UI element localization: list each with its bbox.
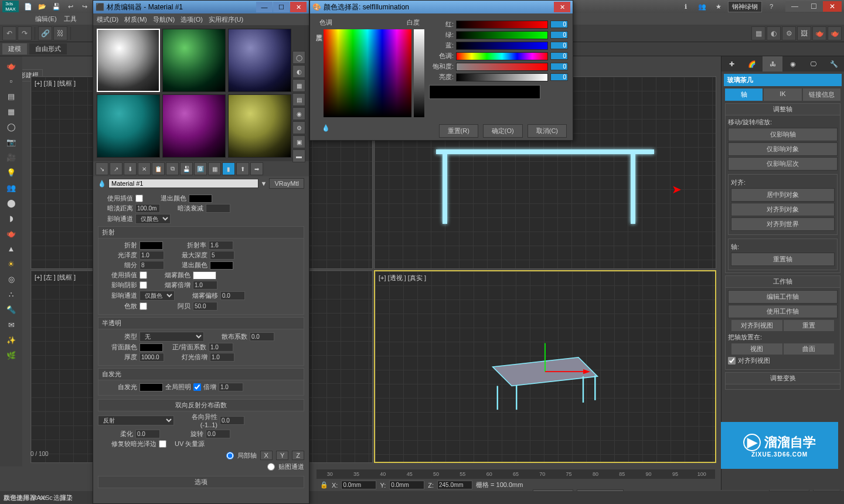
show-map-icon[interactable]: ▦ [208,162,221,175]
options-rollup[interactable]: 选项 [98,476,304,488]
reset-axis-button[interactable]: 重置轴 [731,253,835,266]
mat-min-button[interactable]: — [256,2,273,12]
minimize-button[interactable]: — [785,1,804,12]
trans-type-select[interactable]: 无 [139,332,204,342]
render-icon[interactable]: 🫖 [812,26,826,40]
axis-x-button[interactable]: X [260,451,273,460]
put-mat-icon[interactable]: ↗ [110,162,122,175]
unlink-icon[interactable]: ⛓ [53,26,67,40]
redo-icon[interactable]: ↷ [18,26,32,40]
center-to-obj-button[interactable]: 居中到对象 [731,188,835,202]
mat-menu-util[interactable]: 实用程序(U) [209,15,243,24]
fogmult-input[interactable] [193,281,217,290]
exit-color-swatch[interactable] [189,195,212,203]
gi-check[interactable] [193,383,201,391]
affect-hier-button[interactable]: 仅影响层次 [728,157,838,171]
show-end-icon[interactable]: ▮ [222,162,235,175]
selfillum-swatch[interactable] [139,383,163,391]
open-icon[interactable]: 📂 [36,1,48,12]
aniso-input[interactable] [220,416,244,425]
sample-type-icon[interactable]: ◯ [292,51,305,64]
tab-display-icon[interactable]: 🖵 [803,56,823,71]
cp-titlebar[interactable]: 🎨 颜色选择器: selfIllumination ✕ [310,1,573,13]
subdivs-input[interactable] [139,261,164,270]
render-setup-icon[interactable]: ⚙ [782,26,796,40]
fog-color-swatch[interactable] [193,271,216,280]
help-icon[interactable]: ? [765,1,777,12]
redo-dd-icon[interactable]: ↪ [79,1,90,12]
slider-h[interactable] [456,52,548,60]
color-field[interactable] [324,29,411,117]
mat-slot-4[interactable] [97,94,160,158]
tab-modeling[interactable]: 建模 [2,43,27,55]
slider-r[interactable] [456,21,548,29]
reset-button[interactable]: 重置 [784,320,835,331]
undo-dd-icon[interactable]: ↩ [64,1,76,12]
menu-edit[interactable]: 编辑(E) [35,15,57,23]
cp-ok-button[interactable]: 确定(O) [483,124,523,138]
ior-input[interactable] [209,241,233,250]
maximize-button[interactable]: ☐ [804,1,823,12]
star-icon[interactable]: ★ [713,1,724,12]
tab-axis[interactable]: 轴 [725,88,763,101]
assign-icon[interactable]: ⬇ [124,162,137,175]
schematic-icon[interactable]: ▦ [751,26,765,40]
box-icon[interactable]: ▫ [1,74,21,88]
backlight-icon[interactable]: ◐ [292,65,305,78]
mat-menu-options[interactable]: 选项(O) [181,15,203,24]
maxdepth-input[interactable] [210,251,234,260]
affect-obj-button[interactable]: 仅影响对象 [728,142,838,156]
scatter-input[interactable] [250,332,274,341]
axis-z-button[interactable]: Z [292,451,304,460]
rfw-icon[interactable]: 🖼 [797,26,811,40]
slider-s[interactable] [456,63,548,71]
cp-close-button[interactable]: ✕ [554,2,570,12]
light-icon[interactable]: 💡 [1,165,21,179]
fogbias-input[interactable] [220,291,245,300]
slider-b[interactable] [456,42,548,50]
lightmult-input[interactable] [210,353,234,362]
tab-freeform[interactable]: 自由形式 [29,43,67,55]
align-view-button[interactable]: 对齐到视图 [731,320,782,331]
axis-y-button[interactable]: Y [276,451,288,460]
affect-chan2-select[interactable]: 仅颜色 [139,291,175,301]
opt-icon[interactable]: ⚙ [292,121,305,134]
cone-icon[interactable]: ▲ [1,241,21,256]
comm-icon[interactable]: 👥 [696,1,708,12]
slider-v[interactable] [456,73,548,81]
gi-mult-input[interactable] [219,383,243,391]
eyedrop-icon[interactable]: 💧 [98,180,106,188]
ring-icon[interactable]: ◎ [1,272,21,286]
time-ruler[interactable]: 30 35 40 45 50 55 60 65 70 75 80 85 90 9… [316,469,715,479]
dispersion-check[interactable] [139,302,147,310]
mat-type-button[interactable]: VRayMtl [269,178,304,189]
back-color-swatch[interactable] [139,343,163,352]
copy-icon[interactable]: 📋 [152,162,165,175]
torch-icon[interactable]: 🔦 [1,302,21,316]
align-to-obj-button[interactable]: 对齐到对象 [731,203,835,216]
surface-button[interactable]: 曲面 [784,343,835,355]
affect-chan-select[interactable]: 仅颜色 [135,214,171,224]
mat-slot-2[interactable] [162,29,226,92]
grid-icon[interactable]: ▦ [1,104,21,118]
input-v[interactable] [550,73,568,81]
mat-titlebar[interactable]: ⬛ 材质编辑器 - Material #1 — ☐ ✕ [93,1,309,13]
save-icon[interactable]: 💾 [50,1,62,12]
fix-dark-check[interactable] [159,440,166,448]
align-view-check[interactable] [728,357,736,365]
mat-slot-1[interactable] [97,29,160,92]
coord-y[interactable] [389,481,424,489]
view-button[interactable]: 视图 [731,343,782,355]
cam2-icon[interactable]: 🎥 [1,150,21,164]
circle-icon[interactable]: ◯ [1,120,21,134]
cp-result-swatch[interactable] [429,85,540,99]
mtl-icon[interactable]: ▬ [292,149,305,162]
rotation-input[interactable] [206,430,230,438]
render2-icon[interactable]: 🫖 [828,26,842,40]
put-lib-icon[interactable]: 💾 [180,162,193,175]
use-work-axis-button[interactable]: 使用工作轴 [728,305,838,318]
local-axis-radio[interactable] [226,452,234,459]
thickness-input[interactable] [139,353,164,362]
vid-icon[interactable]: ◉ [292,107,305,120]
mtlid-icon[interactable]: 0️⃣ [194,162,207,175]
